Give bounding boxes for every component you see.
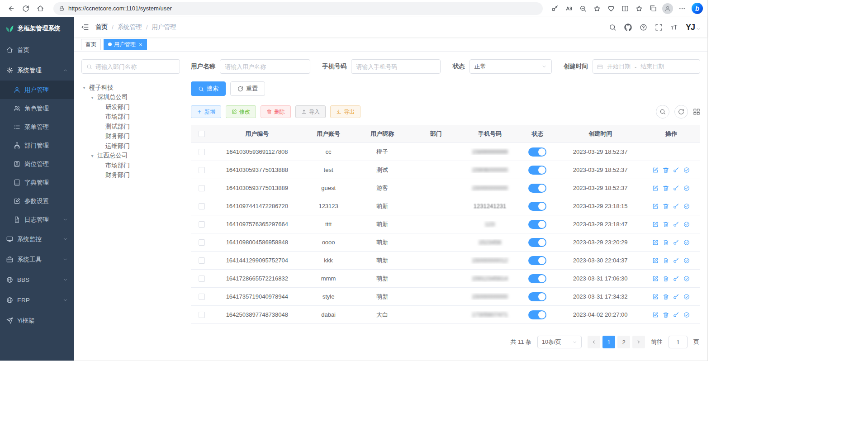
- sidebar-item[interactable]: 用户管理: [0, 81, 74, 99]
- delete-icon[interactable]: [663, 294, 669, 300]
- assign-role-icon[interactable]: [683, 203, 690, 209]
- caret-down-icon[interactable]: ▾: [90, 153, 95, 158]
- tree-node[interactable]: ▾橙子科技: [81, 83, 180, 93]
- tree-node[interactable]: 财务部门: [81, 171, 180, 181]
- edit-icon[interactable]: [652, 276, 659, 282]
- status-toggle[interactable]: [528, 202, 546, 211]
- profile-avatar[interactable]: [662, 3, 673, 14]
- status-toggle[interactable]: [528, 238, 546, 247]
- delete-icon[interactable]: [663, 239, 669, 246]
- search-icon[interactable]: [609, 24, 617, 31]
- username-input[interactable]: [220, 59, 310, 74]
- assign-role-icon[interactable]: [683, 185, 690, 191]
- dept-search-input[interactable]: [95, 63, 175, 70]
- reset-password-icon[interactable]: [673, 312, 679, 318]
- delete-icon[interactable]: [663, 221, 669, 228]
- password-key-icon[interactable]: [548, 2, 562, 15]
- row-checkbox[interactable]: [199, 294, 205, 300]
- caret-down-icon[interactable]: ▾: [90, 95, 95, 100]
- row-checkbox[interactable]: [199, 203, 205, 209]
- page-number-button[interactable]: 1: [602, 336, 615, 348]
- page-number-button[interactable]: 2: [617, 336, 630, 348]
- reset-password-icon[interactable]: [673, 185, 679, 191]
- edit-icon[interactable]: [652, 239, 659, 246]
- column-settings-button[interactable]: [693, 108, 700, 115]
- sidebar-item[interactable]: 系统监控: [0, 229, 74, 249]
- edit-icon[interactable]: [652, 167, 659, 173]
- refresh-table-button[interactable]: [674, 105, 688, 119]
- tree-node[interactable]: 测试部门: [81, 122, 180, 132]
- copilot-icon[interactable]: b: [692, 3, 703, 14]
- goto-page-input[interactable]: [669, 336, 688, 348]
- status-select[interactable]: 正常: [470, 59, 552, 74]
- refresh-button[interactable]: [19, 2, 33, 15]
- export-button[interactable]: 导出: [330, 105, 360, 118]
- font-size-icon[interactable]: [670, 24, 678, 31]
- reset-password-icon[interactable]: [673, 221, 679, 228]
- split-screen-icon[interactable]: [618, 2, 632, 15]
- settings-more-icon[interactable]: [675, 2, 689, 15]
- caret-down-icon[interactable]: ▾: [81, 85, 87, 90]
- tree-node[interactable]: 市场部门: [81, 112, 180, 122]
- reset-password-icon[interactable]: [673, 294, 679, 300]
- sidebar-item[interactable]: 字典管理: [0, 173, 74, 192]
- add-favorite-icon[interactable]: [590, 2, 604, 15]
- row-checkbox[interactable]: [199, 221, 205, 228]
- status-toggle[interactable]: [528, 274, 546, 283]
- tree-node[interactable]: 研发部门: [81, 102, 180, 112]
- assign-role-icon[interactable]: [683, 221, 690, 228]
- menu-fold-icon[interactable]: [81, 23, 89, 31]
- date-range-picker[interactable]: 开始日期 - 结束日期: [593, 59, 700, 74]
- delete-icon[interactable]: [663, 167, 669, 173]
- browser-essentials-icon[interactable]: [604, 2, 618, 15]
- row-checkbox[interactable]: [199, 239, 205, 246]
- github-icon[interactable]: [624, 24, 632, 31]
- page-prev-button[interactable]: [588, 336, 600, 348]
- tree-node[interactable]: 财务部门: [81, 132, 180, 142]
- tab-home[interactable]: 首页: [81, 39, 101, 50]
- home-button[interactable]: [33, 2, 47, 15]
- back-button[interactable]: [5, 2, 18, 15]
- row-checkbox[interactable]: [199, 185, 205, 191]
- status-toggle[interactable]: [528, 184, 546, 193]
- edit-icon[interactable]: [652, 221, 659, 228]
- delete-icon[interactable]: [663, 185, 669, 191]
- user-avatar[interactable]: YJ: [686, 23, 701, 32]
- sidebar-item[interactable]: 参数设置: [0, 192, 74, 210]
- phone-input[interactable]: [351, 59, 441, 74]
- sidebar-item[interactable]: BBS: [0, 270, 74, 290]
- assign-role-icon[interactable]: [683, 167, 690, 173]
- delete-icon[interactable]: [663, 312, 669, 318]
- edit-icon[interactable]: [652, 185, 659, 191]
- sidebar-item[interactable]: 角色管理: [0, 99, 74, 118]
- toggle-search-button[interactable]: [656, 105, 669, 119]
- tree-node[interactable]: ▾深圳总公司: [81, 93, 180, 103]
- breadcrumb-item[interactable]: 首页: [95, 23, 108, 31]
- sidebar-item[interactable]: 系统管理: [0, 60, 74, 81]
- tree-node[interactable]: 市场部门: [81, 161, 180, 171]
- reset-password-icon[interactable]: [673, 203, 679, 209]
- sidebar-item[interactable]: Yi框架: [0, 310, 74, 331]
- sidebar-item[interactable]: 菜单管理: [0, 118, 74, 136]
- edit-icon[interactable]: [652, 294, 659, 300]
- assign-role-icon[interactable]: [683, 294, 690, 300]
- tab-user-management[interactable]: 用户管理×: [104, 39, 147, 50]
- page-next-button[interactable]: [632, 336, 645, 348]
- edit-icon[interactable]: [652, 203, 659, 209]
- delete-icon[interactable]: [663, 257, 669, 264]
- status-toggle[interactable]: [528, 292, 546, 301]
- status-toggle[interactable]: [528, 166, 546, 175]
- status-toggle[interactable]: [528, 310, 546, 319]
- help-icon[interactable]: [640, 24, 647, 31]
- import-button[interactable]: 导入: [295, 105, 326, 118]
- add-button[interactable]: 新增: [191, 105, 221, 118]
- row-checkbox[interactable]: [199, 149, 205, 155]
- page-size-select[interactable]: 10条/页: [537, 336, 582, 348]
- reset-password-icon[interactable]: [673, 276, 679, 282]
- status-toggle[interactable]: [528, 256, 546, 265]
- delete-icon[interactable]: [663, 276, 669, 282]
- reset-password-icon[interactable]: [673, 167, 679, 173]
- zoom-icon[interactable]: [576, 2, 590, 15]
- status-toggle[interactable]: [528, 147, 546, 157]
- sidebar-item[interactable]: 日志管理: [0, 210, 74, 229]
